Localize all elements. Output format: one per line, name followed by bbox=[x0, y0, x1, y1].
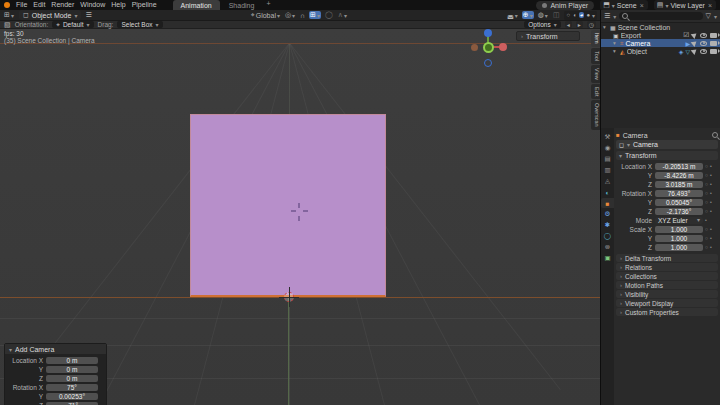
op-rotation-x-field[interactable]: 75° bbox=[46, 384, 98, 391]
add-workspace-button[interactable]: + bbox=[263, 0, 273, 10]
scale-x-field[interactable]: 1.000 bbox=[655, 226, 703, 233]
properties-tab-viewlayer-icon[interactable]: ▥ bbox=[601, 165, 614, 175]
selected-plane-object[interactable] bbox=[190, 114, 386, 297]
section-viewport-display[interactable]: › Viewport Display bbox=[616, 299, 718, 307]
exclude-checkbox[interactable]: ☑ bbox=[683, 31, 689, 39]
expand-icon[interactable]: ▾ bbox=[603, 24, 608, 30]
anim-player-badge[interactable]: Anim Player bbox=[536, 1, 594, 10]
menu-pipeline[interactable]: Pipeline bbox=[132, 0, 157, 10]
filter-funnel-icon[interactable]: ▽ bbox=[706, 12, 711, 20]
menu-help[interactable]: Help bbox=[111, 0, 125, 10]
sidebar-tab-overscan[interactable]: Overscan bbox=[591, 100, 600, 130]
section-motion-paths[interactable]: › Motion Paths bbox=[616, 281, 718, 289]
prev-icon[interactable]: ◂ bbox=[565, 21, 572, 28]
orientation-dropdown[interactable]: ⌖ Global ▾ bbox=[250, 11, 281, 19]
outliner-row-camera[interactable]: ▾ ⌗ Camera ▶ bbox=[601, 39, 720, 47]
section-custom-properties[interactable]: › Custom Properties bbox=[616, 308, 718, 316]
location-x-field[interactable]: -0.20513 m bbox=[655, 163, 703, 170]
gizmo-x-handle[interactable] bbox=[499, 43, 507, 51]
properties-tab-constraints-icon[interactable]: ⊗ bbox=[601, 242, 614, 252]
scene-selector[interactable]: ⬒ ▾ Scene × bbox=[600, 0, 648, 10]
rotation-x-field[interactable]: 76.493° bbox=[655, 190, 703, 197]
tab-shading[interactable]: Shading bbox=[221, 0, 263, 10]
properties-tab-modifiers-icon[interactable]: ⚙ bbox=[601, 209, 614, 219]
orientation-default-dropdown[interactable]: ⌖ Default ▾ bbox=[52, 21, 93, 28]
location-y-field[interactable]: -8.4226 m bbox=[655, 172, 703, 179]
op-rotation-y-field[interactable]: 0.00253° bbox=[46, 393, 98, 400]
visibility-eye-icon[interactable] bbox=[700, 41, 707, 46]
sidebar-tab-edit[interactable]: Edit bbox=[591, 84, 600, 99]
menu-file[interactable]: File bbox=[16, 0, 27, 10]
op-rotation-z-field[interactable]: -71° bbox=[46, 402, 98, 405]
rendered-shading-button[interactable]: ● bbox=[585, 12, 591, 18]
search-icon[interactable] bbox=[712, 132, 718, 138]
proportional-edit-toggle[interactable]: ◯ bbox=[324, 11, 334, 19]
snap-toggle[interactable]: ∩ bbox=[299, 12, 306, 19]
gizmo-neg-z-handle[interactable] bbox=[484, 59, 492, 67]
move-gizmo[interactable] bbox=[471, 29, 507, 69]
unlink-view-layer-icon[interactable]: × bbox=[707, 2, 713, 9]
operator-panel-header[interactable]: ▾ Add Camera bbox=[5, 344, 106, 354]
menu-edit[interactable]: Edit bbox=[33, 0, 45, 10]
gizmo-z-handle[interactable] bbox=[484, 29, 492, 37]
op-location-y-field[interactable]: 0 m bbox=[46, 366, 98, 373]
expand-icon[interactable]: ▾ bbox=[613, 48, 618, 54]
sidebar-tab-view[interactable]: View bbox=[591, 65, 600, 83]
rotation-z-field[interactable]: -2.1736° bbox=[655, 208, 703, 215]
selectable-icon[interactable] bbox=[691, 47, 699, 55]
properties-tab-data-icon[interactable]: ▣ bbox=[601, 253, 614, 263]
properties-tab-output-icon[interactable]: ▤ bbox=[601, 154, 614, 164]
op-location-z-field[interactable]: 0 m bbox=[46, 375, 98, 382]
properties-tab-tool-icon[interactable]: ⚒ bbox=[601, 132, 614, 142]
wireframe-shading-button[interactable]: ○ bbox=[566, 12, 572, 18]
drag-mode-dropdown[interactable]: Select Box ▾ bbox=[117, 21, 162, 28]
gizmos-dropdown[interactable]: ⊕ ▾ bbox=[522, 11, 534, 19]
options-dropdown[interactable]: Options ▾ bbox=[524, 21, 560, 28]
render-camera-icon[interactable] bbox=[710, 33, 717, 38]
sidebar-tab-item[interactable]: Item bbox=[591, 30, 600, 47]
material-shading-button[interactable]: ◕ bbox=[579, 12, 585, 18]
blender-logo-icon[interactable] bbox=[4, 2, 10, 8]
section-delta-transform[interactable]: › Delta Transform bbox=[616, 254, 718, 262]
render-camera-icon[interactable] bbox=[710, 49, 717, 54]
tab-animation[interactable]: Animation bbox=[173, 0, 220, 10]
object-name-field[interactable]: ◻ ▾ Camera bbox=[616, 140, 718, 149]
unlink-scene-icon[interactable]: × bbox=[639, 2, 645, 9]
gizmo-neg-x-handle[interactable] bbox=[471, 44, 478, 51]
object-visibility-dropdown[interactable]: ◛ ▾ bbox=[506, 11, 519, 19]
selectable-icon[interactable] bbox=[691, 39, 699, 47]
render-camera-icon[interactable] bbox=[710, 41, 717, 46]
solid-shading-button[interactable]: ◐ bbox=[572, 12, 578, 18]
outliner-row-export[interactable]: ▣ Export ☑ bbox=[601, 31, 720, 39]
outliner-editor-icon[interactable]: ☰ bbox=[604, 12, 610, 20]
visibility-eye-icon[interactable] bbox=[700, 33, 707, 38]
scale-z-field[interactable]: 1.000 bbox=[655, 244, 703, 251]
viewport-3d[interactable]: fps: 30 (35) Scene Collection | Camera ›… bbox=[0, 29, 600, 405]
transform-panel-header[interactable]: › Transform bbox=[516, 31, 580, 41]
menu-render[interactable]: Render bbox=[51, 0, 74, 10]
visibility-eye-icon[interactable] bbox=[700, 49, 707, 54]
cursor-3d[interactable] bbox=[284, 292, 294, 302]
gizmo-center-handle[interactable] bbox=[483, 42, 494, 53]
xray-toggle[interactable]: ◫ bbox=[552, 11, 561, 19]
overlays-dropdown[interactable]: ◍ ▾ bbox=[537, 11, 549, 19]
transform-section-header[interactable]: ▾ Transform bbox=[616, 151, 718, 160]
view-layer-selector[interactable]: ▤ ▾ View Layer × bbox=[654, 0, 716, 10]
falloff-dropdown[interactable]: ∧ ▾ bbox=[337, 11, 348, 19]
properties-tab-render-icon[interactable]: ◉ bbox=[601, 143, 614, 153]
mode-dropdown[interactable]: ◻ Object Mode ▾ bbox=[19, 10, 82, 20]
rotation-y-field[interactable]: 0.05045° bbox=[655, 199, 703, 206]
section-collections[interactable]: › Collections bbox=[616, 272, 718, 280]
properties-tab-object-icon[interactable]: ■ bbox=[601, 198, 614, 208]
op-location-x-field[interactable]: 0 m bbox=[46, 357, 98, 364]
rotation-mode-dropdown[interactable]: XYZ Euler ▾ bbox=[655, 217, 703, 224]
snap-target-dropdown[interactable]: ⊞ ▾ bbox=[309, 11, 321, 19]
scale-y-field[interactable]: 1.000 bbox=[655, 235, 703, 242]
properties-tab-scene-icon[interactable]: ◬ bbox=[601, 176, 614, 186]
sidebar-tab-tool[interactable]: Tool bbox=[591, 48, 600, 64]
selectable-icon[interactable] bbox=[691, 31, 699, 39]
menu-hamburger-icon[interactable]: ☰ bbox=[85, 11, 91, 19]
properties-tab-physics-icon[interactable]: ◯ bbox=[601, 231, 614, 241]
active-tool-icon[interactable]: ▧ bbox=[4, 21, 11, 29]
properties-tab-world-icon[interactable]: ◐ bbox=[601, 187, 614, 197]
